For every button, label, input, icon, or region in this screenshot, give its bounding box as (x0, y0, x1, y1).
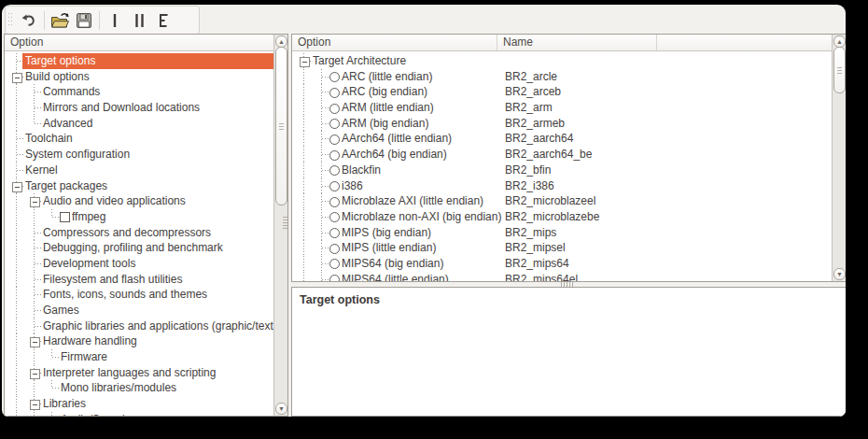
tree-row[interactable]: Libraries (5, 396, 274, 412)
tree-guide (17, 170, 25, 171)
tree-row[interactable]: ARM (big endian)BR2_armeb (292, 116, 833, 132)
expander-minus-icon[interactable] (30, 197, 40, 207)
tree-row[interactable]: Target options (5, 53, 274, 69)
tree-guide (303, 240, 304, 256)
tree-row[interactable]: MIPS64 (little endian)BR2_mips64el (292, 272, 833, 281)
tree-guide (16, 287, 17, 303)
expander-minus-icon[interactable] (12, 182, 22, 192)
right-column-header: Option Name (292, 35, 846, 51)
split-view-button[interactable] (127, 8, 151, 33)
left-column-header[interactable]: Option (5, 35, 287, 51)
expander-minus-icon[interactable] (30, 369, 40, 379)
radio-icon[interactable] (329, 135, 340, 145)
tree-guide (35, 248, 43, 248)
tree-row[interactable]: Graphic libraries and applications (grap… (5, 319, 274, 334)
tree-row[interactable]: Commands (5, 84, 274, 100)
tree-row[interactable]: Microblaze AXI (little endian)BR2_microb… (292, 193, 833, 209)
radio-icon[interactable] (329, 228, 340, 238)
tree-row[interactable]: Compressors and decompressors (5, 225, 274, 241)
tree-row[interactable]: ARC (big endian)BR2_arceb (292, 84, 833, 100)
tree-row[interactable]: BlackfinBR2_bfin (292, 163, 833, 178)
expander-minus-icon[interactable] (300, 57, 310, 67)
tree-row[interactable]: Fonts, icons, sounds and themes (5, 287, 274, 303)
radio-icon[interactable] (329, 150, 340, 161)
tree-guide (303, 147, 304, 163)
tree-guide (303, 225, 304, 241)
radio-icon[interactable] (329, 165, 340, 176)
tree-row[interactable]: Advanced (5, 116, 274, 132)
option-tree-panel: Option Target optionsBuild optionsComman… (4, 34, 288, 417)
toolbar-drag-handle[interactable] (8, 13, 13, 28)
tree-item-label: Debugging, profiling and benchmark (43, 240, 223, 256)
radio-icon[interactable] (329, 104, 340, 114)
tree-row[interactable]: Target packages (5, 178, 274, 194)
tree-item-label: Fonts, icons, sounds and themes (43, 287, 207, 303)
tree-guide (35, 326, 43, 327)
tree-row[interactable]: Target Architecture (292, 53, 833, 69)
scroll-down-icon[interactable]: ▼ (275, 403, 287, 415)
tree-row[interactable]: Filesystem and flash utilities (5, 272, 274, 288)
tree-row[interactable]: Audio and video applications (5, 193, 274, 209)
radio-icon[interactable] (329, 244, 340, 254)
radio-icon[interactable] (329, 212, 340, 222)
tree-row[interactable]: Kernel (5, 163, 274, 178)
radio-icon[interactable] (329, 72, 340, 82)
tree-row[interactable]: Audio/Sound (5, 412, 274, 416)
tree-row[interactable]: Development tools (5, 256, 274, 272)
tree-item-label: Build options (25, 69, 90, 85)
option-column-header[interactable]: Option (5, 35, 274, 50)
radio-icon[interactable] (329, 181, 340, 191)
config-symbol: BR2_mips64el (505, 272, 578, 281)
tree-row[interactable]: AArch64 (little endian)BR2_aarch64 (292, 131, 833, 147)
tree-row[interactable]: AArch64 (big endian)BR2_aarch64_be (292, 147, 833, 163)
open-file-button[interactable] (48, 8, 72, 33)
tree-row[interactable]: MIPS (big endian)BR2_mips (292, 225, 833, 241)
tree-guide (16, 100, 17, 116)
right-vertical-scrollbar[interactable]: ▲ ▼ (832, 35, 846, 281)
config-symbol: BR2_aarch64 (505, 131, 573, 147)
tree-row[interactable]: i386BR2_i386 (292, 178, 833, 194)
tree-item-label: Hardware handling (43, 333, 137, 349)
expander-minus-icon[interactable] (12, 73, 22, 83)
tree-row[interactable]: Mono libraries/modules (5, 380, 274, 396)
scrollbar-thumb[interactable] (833, 47, 846, 93)
tree-row[interactable]: Toolchain (5, 131, 274, 147)
tree-row[interactable]: System configuration (5, 147, 274, 163)
tree-row[interactable]: Mirrors and Download locations (5, 100, 274, 116)
extra-column-header[interactable] (657, 35, 833, 50)
tree-row[interactable]: MIPS64 (big endian)BR2_mips64 (292, 256, 833, 272)
tree-row[interactable]: Firmware (5, 349, 274, 365)
config-list-panel: Option Name Target ArchitectureARC (litt… (291, 34, 846, 282)
scroll-down-icon[interactable]: ▼ (833, 268, 846, 280)
tree-row[interactable]: Debugging, profiling and benchmark (5, 240, 274, 256)
expander-minus-icon[interactable] (30, 337, 40, 347)
name-column-header[interactable]: Name (497, 35, 657, 50)
checkbox-icon[interactable] (60, 212, 70, 222)
undo-button[interactable] (17, 8, 41, 33)
scrollbar-thumb[interactable] (275, 47, 287, 205)
tree-guide (16, 209, 17, 225)
save-button[interactable] (72, 8, 96, 33)
option-column-header[interactable]: Option (292, 35, 497, 50)
tree-row[interactable]: Hardware handling (5, 333, 274, 349)
tree-row[interactable]: Build options (5, 69, 274, 85)
radio-icon[interactable] (329, 119, 340, 129)
radio-icon[interactable] (329, 88, 340, 98)
tree-item-label: Mono libraries/modules (61, 380, 176, 396)
tree-row[interactable]: Interpreter languages and scripting (5, 365, 274, 381)
full-view-button[interactable] (151, 8, 175, 33)
radio-icon[interactable] (329, 197, 340, 207)
tree-row[interactable]: Microblaze non-AXI (big endian)BR2_micro… (292, 209, 833, 225)
tree-row[interactable]: ARM (little endian)BR2_arm (292, 100, 833, 116)
radio-icon[interactable] (329, 259, 340, 269)
expander-minus-icon[interactable] (30, 400, 40, 410)
tree-guide (16, 240, 17, 256)
tree-row[interactable]: ffmpeg (5, 209, 274, 225)
tree-item-label: ARC (big endian) (342, 84, 427, 100)
single-view-button[interactable] (103, 8, 127, 33)
tree-row[interactable]: Games (5, 303, 274, 319)
tree-row[interactable]: ARC (little endian)BR2_arcle (292, 69, 833, 85)
radio-icon[interactable] (329, 275, 340, 281)
tree-guide (35, 107, 43, 108)
tree-row[interactable]: MIPS (little endian)BR2_mipsel (292, 240, 833, 256)
